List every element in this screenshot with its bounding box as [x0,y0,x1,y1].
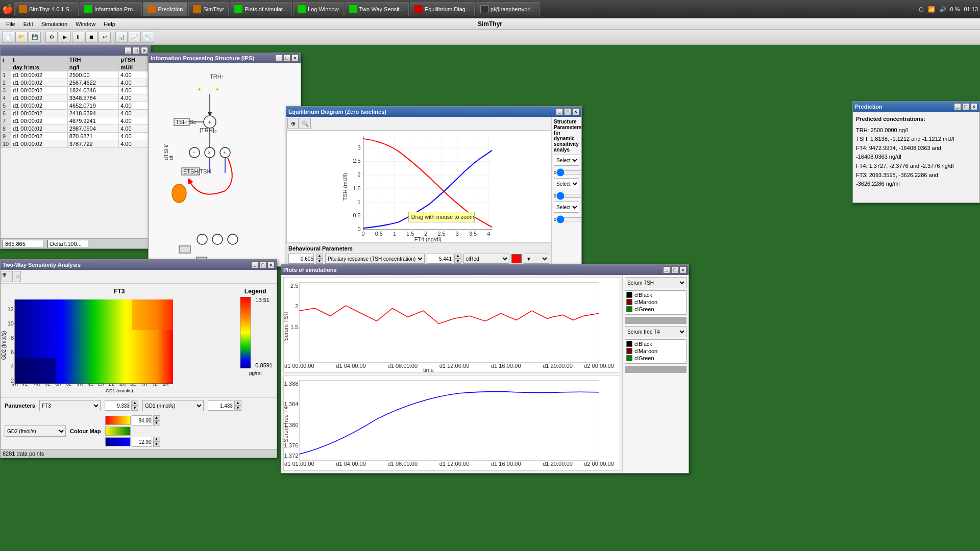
pred-close[interactable]: × [970,103,977,110]
spinner-input-1[interactable] [105,400,130,411]
taskbar-btn-twoway[interactable]: Two-Way Sensit... [345,2,409,16]
toolbar-save[interactable]: 💾 [29,32,41,43]
spinner-input-2[interactable] [208,400,233,411]
colormap-up-2[interactable]: ▲ [153,437,160,442]
eq-tool-crosshair[interactable]: ⊕ [287,118,299,129]
data-table-close[interactable]: × [141,47,148,54]
eq-param-slider-1[interactable] [556,169,581,176]
toolbar-open[interactable]: 📂 [15,32,28,43]
behav-spin-up-1[interactable]: ▲ [316,254,323,259]
colormap-swatch-3[interactable] [105,437,131,446]
plot-scrollbar-2[interactable] [625,366,687,373]
menu-help[interactable]: Help [100,20,119,28]
toolbar-btn9[interactable]: 📊 [115,32,128,43]
twoway-close[interactable]: × [267,261,275,268]
taskbar-btn-plots[interactable]: Plots of simulat... [230,2,292,16]
color-select-1[interactable]: clRed [463,254,509,264]
menu-window[interactable]: Window [71,20,100,28]
toolbar-btn4[interactable]: ⚙ [45,32,58,43]
colormap-up-1[interactable]: ▲ [153,415,160,420]
eq-maximize[interactable]: □ [564,108,571,115]
behav-spinner-v1[interactable]: ▲ ▼ [454,254,461,264]
pred-maximize[interactable]: □ [962,103,969,110]
plots-close[interactable]: × [679,266,687,273]
spinner-down-2[interactable]: ▼ [234,406,241,411]
plots-titlebar[interactable]: Plots of simulations _ □ × [281,265,689,275]
eq-struct-select-2[interactable]: Select structure param [554,178,579,189]
eq-minimize[interactable]: _ [556,108,563,115]
apple-menu-icon[interactable]: 🍎 [2,4,13,15]
color-dropdown-1[interactable]: ▼ [524,254,549,264]
data-table-minimize[interactable]: _ [125,47,132,54]
spinner-up-2[interactable]: ▲ [234,400,241,406]
colormap-max-input[interactable] [132,415,152,425]
menu-simulation[interactable]: Simulation [37,20,71,28]
twoway-checkbox[interactable]: □ [14,271,21,282]
plot-select-top[interactable]: Serum TSH [625,277,687,288]
twoway-titlebar[interactable]: Two-Way Sensitivity Analysis _ □ × [1,260,277,270]
behav-params-label: Behavioural Parameters [288,245,549,252]
colormap-min-input[interactable] [132,437,152,447]
plot-select-bottom[interactable]: Serum free T4 [625,326,687,337]
eq-titlebar[interactable]: Equilibrium Diagram (Zero Isoclines) _ □… [286,107,581,117]
data-table-maximize[interactable]: □ [133,47,140,54]
ips-titlebar[interactable]: Information Processing Structure (IPS) _… [149,53,301,63]
eq-close[interactable]: × [572,108,579,115]
params-dropdown[interactable]: FT3 [39,400,101,411]
twoway-minimize[interactable]: _ [251,261,258,268]
behav-spin-down-1[interactable]: ▼ [316,259,323,264]
taskbar-btn-info[interactable]: Information Pro... [80,2,142,16]
taskbar-btn-terminal[interactable]: pi@raspberrypi:... [476,2,540,16]
behav-select-1[interactable]: Pituitary response (TSH concentration) [325,254,425,264]
plot-scroll-list-top[interactable]: clBlack clMaroon clGreen [625,290,687,315]
menu-file[interactable]: File [2,20,19,28]
toolbar-new[interactable]: 📄 [2,32,14,43]
spinner-group-2: ▲ ▼ [208,400,241,411]
gd2-select[interactable]: GD2 (fmol/s) [5,425,66,437]
colormap-swatch-2[interactable] [105,427,131,436]
eq-tool-zoom[interactable]: 🔍 [300,118,311,129]
toolbar-btn7[interactable]: ⏹ [85,32,97,43]
toolbar-btn11[interactable]: 📉 [142,32,154,43]
pred-titlebar[interactable]: Prediction _ □ × [853,102,979,112]
row-num: 1 [1,71,11,79]
ips-zoom[interactable]: □ [283,55,290,62]
gd1-select[interactable]: GD1 (nmol/s) [142,400,204,411]
ips-close[interactable]: × [291,55,299,62]
taskbar-btn-eq[interactable]: Equilibrium Diag... [410,2,475,16]
legend-bar-wrap: 13.51 0.8591 [238,297,273,368]
eq-param-slider-3[interactable] [556,216,581,223]
toolbar-btn5[interactable]: ▶ [59,32,71,43]
menu-edit[interactable]: Edit [19,20,37,28]
taskbar-btn-prediction[interactable]: Prediction [143,2,187,16]
colormap-down-2[interactable]: ▼ [153,442,160,447]
twoway-maximize[interactable]: □ [259,261,266,268]
behav-spin-up-v1[interactable]: ▲ [454,254,461,259]
taskbar-btn-simthyr1[interactable]: SimThyr 4.0.1 S... [14,2,79,16]
toolbar-btn8[interactable]: ↩ [99,32,111,43]
table-row: 2 d1 00:00:02 2567.4622 4.00 [1,79,150,87]
twoway-tool-1[interactable]: ⊕ [2,271,13,282]
plot-scroll-list-bottom[interactable]: clBlack clMaroon clGreen [625,339,687,364]
spinner-down-1[interactable]: ▼ [131,406,138,411]
taskbar-btn-simthyr2[interactable]: SimThyr [188,2,229,16]
behav-val-1[interactable] [427,254,452,264]
behav-spinner-1[interactable]: ▲ ▼ [316,254,323,264]
colormap-swatch-1[interactable] [105,416,131,425]
taskbar-btn-log[interactable]: Log Window [293,2,344,16]
pred-minimize[interactable]: _ [954,103,961,110]
colormap-down-1[interactable]: ▼ [153,420,160,425]
spinner-up-1[interactable]: ▲ [131,400,138,406]
plot-scrollbar-1[interactable] [625,317,687,324]
eq-struct-select-3[interactable]: Select structure param [554,202,579,213]
toolbar-btn6[interactable]: ⏸ [72,32,84,43]
plots-minimize[interactable]: _ [663,266,670,273]
eq-struct-select-1[interactable]: Select structure param [554,155,579,166]
plots-maximize[interactable]: □ [671,266,678,273]
data-table-titlebar[interactable]: _ □ × [1,45,150,56]
eq-param-slider-2[interactable] [556,192,581,199]
behav-spin-down-v1[interactable]: ▼ [454,259,461,264]
behav-input-1[interactable] [288,254,314,264]
ips-minimize[interactable]: _ [275,55,282,62]
toolbar-btn10[interactable]: 📈 [129,32,141,43]
